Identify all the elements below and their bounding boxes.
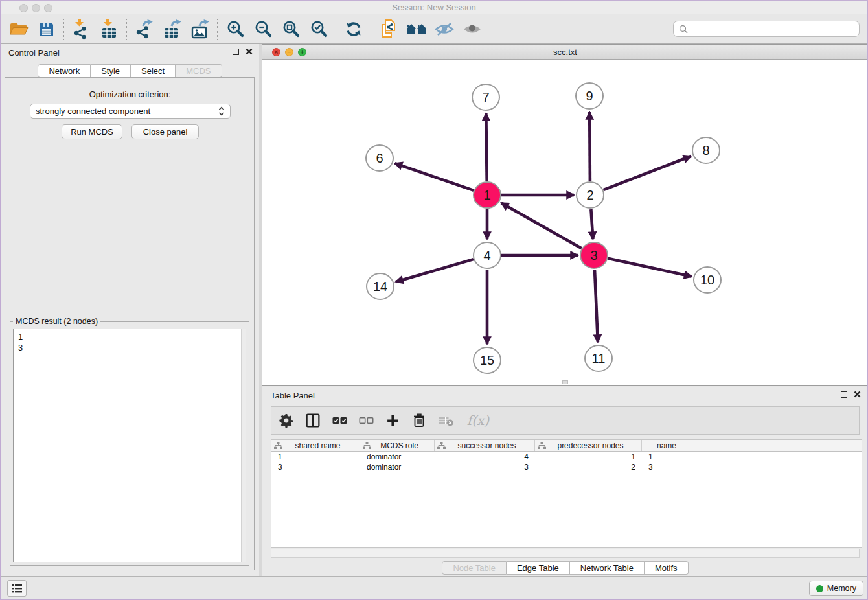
- graph-node-1[interactable]: 1: [474, 182, 501, 208]
- table-cell[interactable]: dominator: [360, 452, 435, 462]
- table-cell[interactable]: dominator: [360, 462, 435, 472]
- refresh-view-button[interactable]: [339, 17, 367, 41]
- graph-edge-4-14[interactable]: [396, 259, 474, 282]
- run-mcds-button[interactable]: Run MCDS: [62, 124, 122, 139]
- network-canvas[interactable]: 7968124314101511: [262, 60, 868, 385]
- delete-table-button[interactable]: [437, 411, 454, 430]
- graph-edge-1-7[interactable]: [486, 113, 486, 181]
- graph-node-8[interactable]: 8: [692, 137, 720, 163]
- delete-table-icon: [438, 415, 454, 426]
- graph-node-3[interactable]: 3: [580, 242, 608, 268]
- svg-text:7: 7: [482, 90, 489, 104]
- column-header-shared-name[interactable]: shared name: [271, 440, 360, 451]
- table-cell[interactable]: 1: [535, 452, 642, 462]
- table-row[interactable]: 3dominator323: [271, 462, 862, 472]
- mcds-result-area[interactable]: 13: [13, 329, 246, 562]
- show-all-button[interactable]: [458, 17, 486, 41]
- network-minimize-button[interactable]: −: [285, 48, 293, 56]
- column-header-name[interactable]: name: [642, 440, 698, 451]
- graph-node-7[interactable]: 7: [472, 84, 499, 110]
- graph-node-2[interactable]: 2: [577, 182, 604, 208]
- zoom-out-button[interactable]: [249, 17, 277, 41]
- tab-node-table[interactable]: Node Table: [442, 561, 507, 575]
- network-window-titlebar[interactable]: × − + scc.txt: [262, 45, 868, 60]
- table-row[interactable]: 1dominator411: [271, 452, 862, 462]
- tab-style[interactable]: Style: [91, 64, 131, 78]
- tab-network[interactable]: Network: [38, 64, 91, 78]
- network-maximize-button[interactable]: +: [298, 48, 306, 56]
- add-column-button[interactable]: [384, 411, 401, 430]
- graph-edge-3-1[interactable]: [501, 203, 582, 248]
- column-header-predecessor-nodes[interactable]: predecessor nodes: [535, 440, 642, 451]
- tab-network-table[interactable]: Network Table: [570, 561, 645, 575]
- table-cell[interactable]: 2: [535, 462, 642, 472]
- import-table-button[interactable]: [95, 17, 123, 41]
- graph-node-11[interactable]: 11: [585, 345, 612, 371]
- table-horizontal-scrollbar[interactable]: [271, 549, 860, 558]
- zoom-fit-button[interactable]: [277, 17, 304, 41]
- close-panel-icon[interactable]: [854, 391, 861, 398]
- graph-node-10[interactable]: 10: [694, 267, 721, 293]
- graph-edge-2-8[interactable]: [604, 156, 691, 190]
- graph-edge-2-9[interactable]: [589, 112, 590, 181]
- export-table-button[interactable]: [158, 17, 186, 41]
- window-resize-handle[interactable]: [562, 380, 568, 384]
- save-session-button[interactable]: [32, 17, 60, 41]
- float-panel-icon[interactable]: [841, 391, 847, 398]
- graph-node-4[interactable]: 4: [474, 242, 501, 268]
- control-panel-tabs: Network Style Select MCDS: [1, 64, 259, 78]
- float-panel-icon[interactable]: [233, 49, 239, 55]
- task-history-button[interactable]: [7, 580, 27, 597]
- table-cell[interactable]: 3: [435, 462, 535, 472]
- function-builder-button[interactable]: f(x): [464, 411, 492, 430]
- close-panel-icon[interactable]: [246, 48, 253, 55]
- network-close-button[interactable]: ×: [272, 48, 280, 56]
- graph-edge-1-6[interactable]: [395, 163, 474, 190]
- window-zoom-button[interactable]: [44, 4, 52, 12]
- tab-select[interactable]: Select: [131, 64, 176, 78]
- clone-network-button[interactable]: [374, 17, 402, 41]
- table-cell[interactable]: 4: [435, 452, 535, 462]
- table-cell[interactable]: 3: [642, 462, 698, 472]
- split-panel-button[interactable]: [304, 411, 321, 430]
- zoom-selected-button[interactable]: [304, 17, 332, 41]
- first-neighbors-button[interactable]: [402, 17, 430, 41]
- zoom-in-button[interactable]: [221, 17, 249, 41]
- window-minimize-button[interactable]: [32, 4, 40, 12]
- select-all-columns-button[interactable]: [331, 411, 348, 430]
- table-panel-title: Table Panel: [271, 391, 315, 400]
- tab-mcds[interactable]: MCDS: [176, 64, 222, 78]
- graph-node-9[interactable]: 9: [576, 83, 603, 109]
- open-session-button[interactable]: [5, 17, 32, 41]
- graph-node-15[interactable]: 15: [474, 347, 501, 373]
- tab-edge-table[interactable]: Edge Table: [507, 561, 570, 575]
- result-scrollbar[interactable]: [241, 329, 246, 562]
- column-header-successor-nodes[interactable]: successor nodes: [435, 440, 535, 451]
- node-table: shared name MCDS role successor nodes pr…: [271, 439, 862, 548]
- export-image-icon: [190, 19, 209, 39]
- column-header-mcds-role[interactable]: MCDS role: [360, 440, 435, 451]
- table-cell[interactable]: 1: [642, 452, 698, 462]
- window-close-button[interactable]: [19, 4, 28, 12]
- delete-column-button[interactable]: [411, 411, 428, 430]
- table-cell[interactable]: 3: [271, 462, 360, 472]
- memory-button[interactable]: Memory: [809, 581, 863, 596]
- graph-edge-3-10[interactable]: [608, 259, 692, 277]
- table-settings-button[interactable]: [278, 411, 295, 430]
- deselect-all-columns-button[interactable]: [358, 411, 374, 430]
- graph-node-6[interactable]: 6: [366, 145, 393, 171]
- graph-edge-2-3[interactable]: [591, 209, 593, 239]
- table-cell[interactable]: 1: [271, 452, 360, 462]
- close-panel-button[interactable]: Close panel: [131, 124, 199, 139]
- search-field[interactable]: [673, 21, 860, 37]
- import-network-button[interactable]: [67, 17, 95, 41]
- hide-selected-button[interactable]: [430, 17, 458, 41]
- export-network-button[interactable]: [130, 17, 158, 41]
- search-input[interactable]: [692, 24, 854, 34]
- graph-node-14[interactable]: 14: [367, 273, 394, 299]
- graph-edge-3-11[interactable]: [595, 270, 598, 342]
- unchecked-boxes-icon: [358, 415, 374, 426]
- criterion-select[interactable]: strongly connected component: [30, 104, 231, 119]
- export-image-button[interactable]: [186, 17, 214, 41]
- tab-motifs[interactable]: Motifs: [645, 561, 689, 575]
